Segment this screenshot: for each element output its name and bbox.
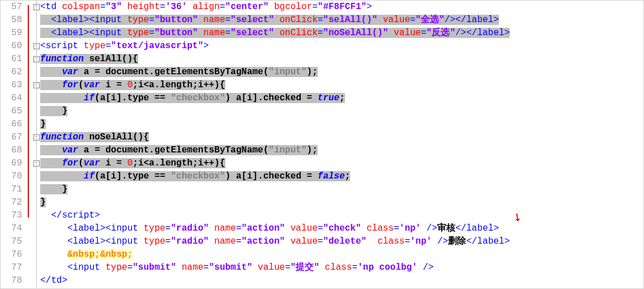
fold-toggle xyxy=(32,209,40,222)
code-line[interactable]: 63− for(var i = 0;i<a.length;i++){ xyxy=(1,79,643,92)
line-number: 66 xyxy=(1,118,25,131)
bracket-annotation xyxy=(25,235,32,248)
bracket-annotation xyxy=(25,131,32,144)
bracket-annotation xyxy=(25,157,32,170)
fold-toggle[interactable]: − xyxy=(32,157,40,170)
bracket-annotation xyxy=(25,66,32,79)
bracket-annotation xyxy=(25,40,32,53)
line-number: 63 xyxy=(1,79,25,92)
code-line[interactable]: 71 } xyxy=(1,183,643,196)
code-content[interactable]: <label><input type="radio" name="action"… xyxy=(40,222,643,235)
code-content[interactable]: function selAll(){ xyxy=(40,53,643,66)
line-number: 65 xyxy=(1,105,25,118)
fold-toggle xyxy=(32,14,40,27)
line-number: 68 xyxy=(1,144,25,157)
fold-toggle xyxy=(32,235,40,248)
code-content[interactable]: var a = document.getElementsByTagName("i… xyxy=(40,144,643,157)
bracket-annotation xyxy=(25,118,32,131)
fold-toggle xyxy=(32,170,40,183)
code-line[interactable]: 73 </script> xyxy=(1,209,643,222)
code-line[interactable]: 75 <label><input type="radio" name="acti… xyxy=(1,235,643,248)
code-content[interactable]: for(var i = 0;i<a.length;i++){ xyxy=(40,157,643,170)
line-number: 70 xyxy=(1,170,25,183)
code-line[interactable]: 76 &nbsp;&nbsp; xyxy=(1,248,643,261)
fold-toggle[interactable]: − xyxy=(32,1,40,14)
fold-toggle xyxy=(32,144,40,157)
code-line[interactable]: 77 <input type="submit" name="submit" va… xyxy=(1,261,643,274)
code-content[interactable]: </script> xyxy=(40,209,643,222)
code-line[interactable]: 68 var a = document.getElementsByTagName… xyxy=(1,144,643,157)
fold-toggle xyxy=(32,222,40,235)
fold-toggle[interactable]: − xyxy=(32,79,40,92)
code-content[interactable]: <td colspan="3" height='36' align="cente… xyxy=(40,1,643,14)
code-line[interactable]: 64 if(a[i].type == "checkbox") a[i].chec… xyxy=(1,92,643,105)
code-line[interactable]: 62 var a = document.getElementsByTagName… xyxy=(1,66,643,79)
bracket-annotation xyxy=(25,222,32,235)
code-content[interactable]: <label><input type="button" name="select… xyxy=(40,14,643,27)
code-line[interactable]: 66} xyxy=(1,118,643,131)
code-content[interactable]: } xyxy=(40,118,643,131)
fold-toggle xyxy=(32,92,40,105)
line-number: 74 xyxy=(1,222,25,235)
code-line[interactable]: 65 } xyxy=(1,105,643,118)
code-line[interactable]: 70 if(a[i].type == "checkbox") a[i].chec… xyxy=(1,170,643,183)
bracket-annotation xyxy=(25,1,32,14)
line-number: 58 xyxy=(1,14,25,27)
code-content[interactable]: for(var i = 0;i<a.length;i++){ xyxy=(40,79,643,92)
code-line[interactable]: 78</td> xyxy=(1,274,643,287)
code-content[interactable]: if(a[i].type == "checkbox") a[i].checked… xyxy=(40,92,643,105)
code-content[interactable]: } xyxy=(40,196,643,209)
line-number: 64 xyxy=(1,92,25,105)
code-line[interactable]: 59 <label><input type="button" name="sel… xyxy=(1,27,643,40)
code-content[interactable]: <input type="submit" name="submit" value… xyxy=(40,261,643,274)
fold-toggle xyxy=(32,196,40,209)
bracket-annotation xyxy=(25,261,32,274)
line-number: 78 xyxy=(1,274,25,287)
fold-toggle xyxy=(32,274,40,287)
bracket-annotation xyxy=(25,105,32,118)
fold-toggle[interactable]: − xyxy=(32,40,40,53)
code-content[interactable]: &nbsp;&nbsp; xyxy=(40,248,643,261)
bracket-annotation xyxy=(25,274,32,287)
code-line[interactable]: 69− for(var i = 0;i<a.length;i++){ xyxy=(1,157,643,170)
code-line[interactable]: 58 <label><input type="button" name="sel… xyxy=(1,14,643,27)
code-line[interactable]: 57−<td colspan="3" height='36' align="ce… xyxy=(1,1,643,14)
fold-toggle[interactable]: − xyxy=(32,53,40,66)
code-content[interactable]: if(a[i].type == "checkbox") a[i].checked… xyxy=(40,170,643,183)
code-line[interactable]: 61−function selAll(){ xyxy=(1,53,643,66)
bracket-annotation xyxy=(25,144,32,157)
fold-toggle xyxy=(32,27,40,40)
line-number: 59 xyxy=(1,27,25,40)
fold-toggle xyxy=(32,183,40,196)
code-content[interactable]: </td> xyxy=(40,274,643,287)
code-line[interactable]: 60−<script type="text/javascript"> xyxy=(1,40,643,53)
fold-toggle[interactable]: − xyxy=(32,131,40,144)
line-number: 62 xyxy=(1,66,25,79)
line-number: 77 xyxy=(1,261,25,274)
line-number: 67 xyxy=(1,131,25,144)
bracket-annotation xyxy=(25,248,32,261)
line-number: 73 xyxy=(1,209,25,222)
fold-toggle xyxy=(32,118,40,131)
code-content[interactable]: <label><input type="button" name="select… xyxy=(40,27,643,40)
code-content[interactable]: var a = document.getElementsByTagName("i… xyxy=(40,66,643,79)
bracket-annotation xyxy=(25,170,32,183)
code-content[interactable]: function noSelAll(){ xyxy=(40,131,643,144)
bracket-annotation xyxy=(25,79,32,92)
code-line[interactable]: 74 <label><input type="radio" name="acti… xyxy=(1,222,643,235)
bracket-annotation xyxy=(25,27,32,40)
code-content[interactable]: } xyxy=(40,105,643,118)
code-line[interactable]: 72} xyxy=(1,196,643,209)
code-content[interactable]: } xyxy=(40,183,643,196)
fold-toggle xyxy=(32,261,40,274)
line-number: 69 xyxy=(1,157,25,170)
line-number: 76 xyxy=(1,248,25,261)
code-editor[interactable]: 57−<td colspan="3" height='36' align="ce… xyxy=(0,0,644,289)
fold-toggle xyxy=(32,105,40,118)
code-content[interactable]: <script type="text/javascript"> xyxy=(40,40,643,53)
bracket-annotation xyxy=(25,209,32,222)
bracket-annotation xyxy=(25,92,32,105)
code-line[interactable]: 67−function noSelAll(){ xyxy=(1,131,643,144)
code-content[interactable]: <label><input type="radio" name="action"… xyxy=(40,235,643,248)
line-number: 75 xyxy=(1,235,25,248)
